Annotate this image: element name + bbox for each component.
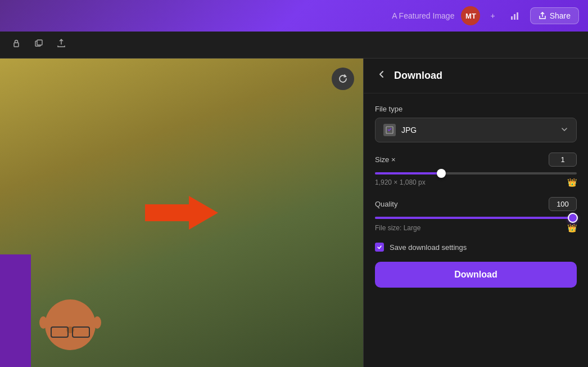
topbar-right: MT + Share [461,6,579,25]
refresh-icon [338,74,348,84]
file-type-left: JPG [383,124,417,136]
lock-icon[interactable] [9,36,24,53]
svg-rect-2 [517,12,518,20]
arrow-container [145,196,218,230]
canvas-area [0,59,363,367]
panel-title: Download [394,70,442,82]
size-info-row: 1,920 × 1,080 px 👑 [375,178,577,187]
topbar: A Featured Image MT + Share [0,0,588,32]
jpg-icon [383,124,396,136]
char-glasses [51,326,90,338]
quality-slider-thumb[interactable] [568,213,578,223]
project-name: A Featured Image [392,11,454,20]
arrow-shape [145,196,218,230]
panel-body: File type JPG [364,93,588,299]
svg-rect-1 [514,14,515,20]
file-type-dropdown[interactable]: JPG [375,118,577,142]
share-icon [539,12,546,20]
file-size-text: File size: Large [375,224,420,232]
svg-rect-3 [14,43,19,47]
quality-section: Quality File size: Large 👑 [375,197,577,232]
toolbar [0,32,588,59]
char-ear-right [93,316,101,329]
svg-rect-5 [37,40,42,45]
purple-box [0,254,31,367]
dimensions-text: 1,920 × 1,080 px [375,178,426,186]
chevron-down-icon [560,126,568,135]
size-row: Size × [375,153,577,167]
plus-button[interactable]: + [486,8,499,24]
quality-row: Quality [375,197,577,211]
quality-slider-track [375,217,577,219]
back-button[interactable] [375,69,388,83]
avatar[interactable]: MT [461,6,480,25]
save-settings-checkbox[interactable] [375,243,384,252]
download-button[interactable]: Download [375,262,577,288]
share-button[interactable]: Share [530,7,579,24]
panel-header: Download [364,59,588,93]
file-type-label: File type [375,105,577,113]
size-input[interactable] [549,153,577,167]
char-head [45,299,96,350]
character [45,299,96,350]
file-type-section: File type JPG [375,105,577,142]
size-label: Size × [375,155,396,164]
file-type-value: JPG [401,126,417,135]
checkmark-icon [377,244,382,250]
quality-slider-container [375,217,577,219]
canvas-content [0,59,363,367]
svg-rect-0 [511,16,513,20]
crown-icon-size: 👑 [567,178,577,187]
download-panel: Download File type JPG [363,59,588,367]
refresh-button[interactable] [332,68,354,90]
size-slider-fill [375,172,441,174]
analytics-button[interactable] [505,7,524,24]
save-settings-label: Save download settings [390,243,467,252]
size-slider-track [375,172,577,174]
main-area: Download File type JPG [0,59,588,367]
quality-label: Quality [375,200,397,208]
analytics-icon [510,11,520,21]
quality-input[interactable] [549,197,577,211]
duplicate-icon[interactable] [31,36,46,53]
char-ear-left [39,316,47,329]
file-size-row: File size: Large 👑 [375,223,577,232]
size-slider-thumb[interactable] [437,169,446,178]
size-slider-container [375,172,577,174]
save-settings-row[interactable]: Save download settings [375,243,577,252]
crown-icon-quality: 👑 [567,223,577,232]
upload-icon[interactable] [54,36,69,53]
quality-slider-fill [375,217,577,219]
back-icon [377,70,386,79]
size-section: Size × 1,920 × 1,080 px 👑 [375,153,577,187]
